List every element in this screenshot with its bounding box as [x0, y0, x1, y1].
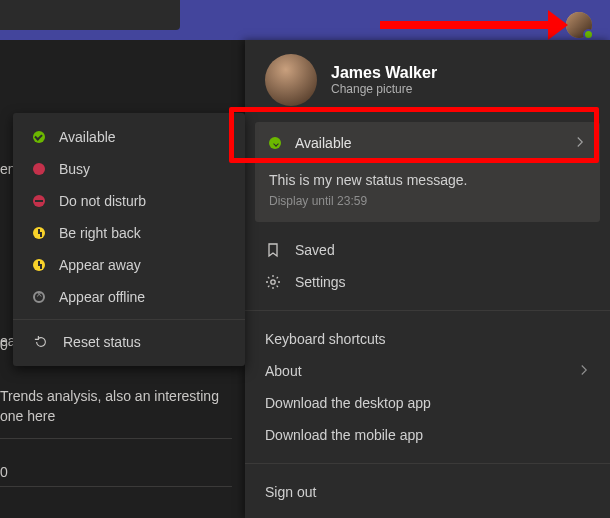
status-option-label: Available	[59, 129, 116, 145]
status-option-label: Do not disturb	[59, 193, 146, 209]
divider	[0, 438, 232, 439]
sign-out-menu-item[interactable]: Sign out	[245, 476, 610, 508]
menu-label: Settings	[295, 274, 590, 290]
offline-icon	[33, 291, 45, 303]
change-picture-link[interactable]: Change picture	[331, 82, 437, 96]
menu-label: Download the mobile app	[265, 427, 590, 443]
search-box-area[interactable]	[0, 0, 180, 30]
status-option-label: Reset status	[63, 334, 141, 350]
saved-menu-item[interactable]: Saved	[245, 234, 610, 266]
profile-header: James Walker Change picture	[245, 40, 610, 114]
status-option-label: Appear offline	[59, 289, 145, 305]
status-message-block[interactable]: This is my new status message. Display u…	[255, 164, 600, 222]
status-submenu: Available Busy Do not disturb Be right b…	[13, 113, 245, 366]
status-option-brb[interactable]: Be right back	[13, 217, 245, 249]
profile-avatar-button[interactable]	[566, 12, 592, 38]
status-current-label: Available	[295, 135, 574, 151]
menu-label: About	[265, 363, 564, 379]
status-option-away[interactable]: Appear away	[13, 249, 245, 281]
separator	[13, 319, 245, 320]
reset-icon	[33, 334, 49, 350]
status-option-label: Be right back	[59, 225, 141, 241]
user-name: James Walker	[331, 64, 437, 82]
status-option-dnd[interactable]: Do not disturb	[13, 185, 245, 217]
status-option-reset[interactable]: Reset status	[13, 326, 245, 358]
status-option-available[interactable]: Available	[13, 121, 245, 153]
busy-icon	[33, 163, 45, 175]
available-icon	[269, 137, 281, 149]
settings-menu-item[interactable]: Settings	[245, 266, 610, 298]
menu-label: Saved	[295, 242, 590, 258]
available-icon	[33, 131, 45, 143]
bg-text-zero: 0	[0, 462, 8, 482]
status-option-busy[interactable]: Busy	[13, 153, 245, 185]
presence-indicator-icon	[583, 29, 594, 40]
chevron-right-icon	[578, 363, 590, 379]
annotation-arrow-shaft	[380, 21, 560, 29]
gear-icon	[265, 274, 281, 290]
status-option-offline[interactable]: Appear offline	[13, 281, 245, 313]
away-icon	[33, 259, 45, 271]
download-desktop-menu-item[interactable]: Download the desktop app	[245, 387, 610, 419]
download-mobile-menu-item[interactable]: Download the mobile app	[245, 419, 610, 451]
status-card: Available This is my new status message.…	[255, 122, 600, 222]
bg-text-trends: Trends analysis, also an interesting one…	[0, 386, 240, 426]
bg-text-zero: 0	[0, 335, 8, 355]
menu-label: Keyboard shortcuts	[265, 331, 590, 347]
profile-avatar-large[interactable]	[265, 54, 317, 106]
status-selector[interactable]: Available	[255, 122, 600, 164]
bookmark-icon	[265, 242, 281, 258]
divider	[0, 486, 232, 487]
svg-point-0	[271, 280, 275, 284]
status-option-label: Appear away	[59, 257, 141, 273]
annotation-arrow-head-icon	[548, 10, 568, 40]
status-display-until: Display until 23:59	[269, 194, 586, 208]
profile-panel: James Walker Change picture Available Th…	[245, 40, 610, 518]
menu-label: Download the desktop app	[265, 395, 590, 411]
status-message: This is my new status message.	[269, 172, 586, 188]
menu-label: Sign out	[265, 484, 590, 500]
status-option-label: Busy	[59, 161, 90, 177]
brb-icon	[33, 227, 45, 239]
keyboard-shortcuts-menu-item[interactable]: Keyboard shortcuts	[245, 323, 610, 355]
chevron-right-icon	[574, 134, 586, 152]
about-menu-item[interactable]: About	[245, 355, 610, 387]
title-bar	[0, 0, 610, 40]
dnd-icon	[33, 195, 45, 207]
